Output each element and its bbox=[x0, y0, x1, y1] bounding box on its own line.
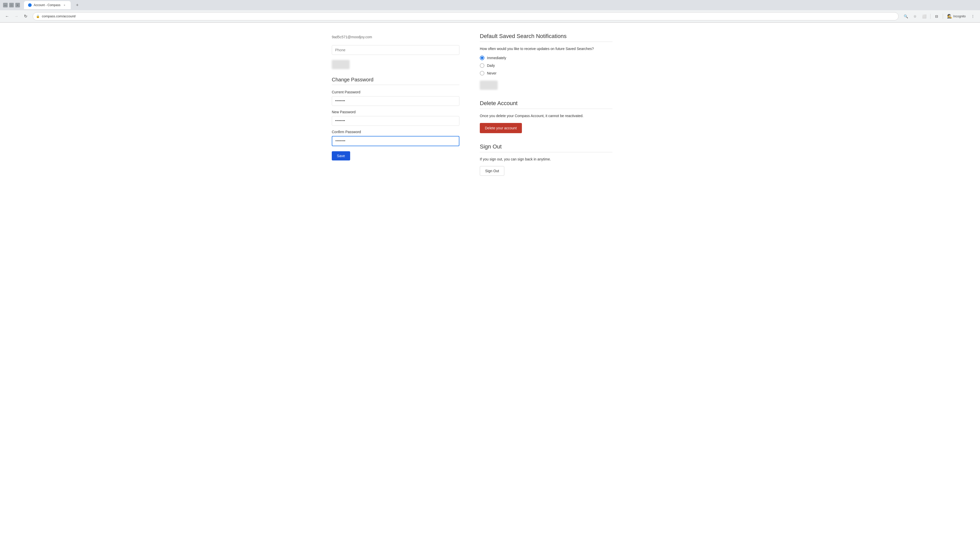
blurred-save-button-top bbox=[332, 60, 350, 69]
new-password-input[interactable] bbox=[332, 116, 460, 126]
bookmark-icon-button[interactable]: ☆ bbox=[911, 12, 919, 21]
new-password-label: New Password bbox=[332, 110, 460, 114]
radio-label-daily: Daily bbox=[487, 64, 495, 68]
back-icon: ← bbox=[5, 14, 9, 19]
notifications-desc: How often would you like to receive upda… bbox=[480, 46, 612, 52]
current-password-input[interactable] bbox=[332, 96, 460, 106]
back-button[interactable]: ← bbox=[3, 12, 11, 21]
incognito-icon: 🕵 bbox=[947, 14, 952, 19]
minimize-button[interactable]: — bbox=[3, 3, 8, 7]
radio-label-immediately: Immediately bbox=[487, 56, 506, 60]
confirm-password-label: Confirm Password bbox=[332, 130, 460, 134]
reload-icon: ↻ bbox=[24, 14, 27, 19]
browser-tab[interactable]: Account - Compass × bbox=[24, 1, 71, 9]
email-display: 9ad5c571@moodjoy.com bbox=[332, 33, 460, 41]
current-password-label: Current Password bbox=[332, 90, 460, 94]
radio-immediately[interactable]: Immediately bbox=[480, 56, 612, 60]
confirm-password-input[interactable] bbox=[332, 136, 460, 146]
right-column: Default Saved Search Notifications How o… bbox=[480, 33, 612, 176]
delete-account-button[interactable]: Delete your account bbox=[480, 123, 522, 133]
extensions-icon-button[interactable]: ⬜ bbox=[920, 12, 928, 21]
forward-icon: → bbox=[14, 14, 18, 19]
reload-button[interactable]: ↻ bbox=[21, 12, 30, 21]
search-icon: 🔍 bbox=[904, 14, 908, 18]
lock-icon: 🔒 bbox=[36, 14, 40, 18]
page-content: 9ad5c571@moodjoy.com Change Password Cur… bbox=[311, 23, 669, 186]
url-display: compass.com/account/ bbox=[42, 14, 895, 18]
nav-icons: 🔍 ☆ ⬜ ⊟ 🕵 Incognito ⋮ bbox=[902, 12, 977, 21]
radio-circle-daily bbox=[480, 63, 484, 68]
tab-favicon bbox=[28, 3, 32, 7]
sign-out-button[interactable]: Sign Out bbox=[480, 166, 504, 176]
phone-input[interactable] bbox=[332, 45, 460, 55]
incognito-label: Incognito bbox=[953, 14, 966, 18]
radio-never[interactable]: Never bbox=[480, 71, 612, 76]
browser-chrome: — □ × Account - Compass × + ← → ↻ 🔒 bbox=[0, 0, 980, 23]
title-bar: — □ × Account - Compass × + bbox=[0, 0, 980, 10]
search-icon-button[interactable]: 🔍 bbox=[902, 12, 910, 21]
nav-divider-2 bbox=[943, 14, 943, 19]
notifications-divider bbox=[480, 41, 612, 42]
sign-out-desc: If you sign out, you can sign back in an… bbox=[480, 156, 612, 162]
radio-inner-immediately bbox=[481, 57, 484, 59]
menu-button[interactable]: ⋮ bbox=[969, 12, 977, 21]
change-password-title: Change Password bbox=[332, 77, 460, 83]
window-controls: — □ × bbox=[3, 3, 20, 7]
minimize-icon: — bbox=[4, 4, 6, 6]
delete-account-title: Delete Account bbox=[480, 100, 612, 106]
nav-divider bbox=[930, 14, 931, 19]
extensions-icon: ⬜ bbox=[922, 14, 926, 18]
close-button[interactable]: × bbox=[15, 3, 20, 7]
nav-bar: ← → ↻ 🔒 compass.com/account/ 🔍 ☆ ⬜ ⊟ bbox=[0, 10, 980, 22]
close-icon: × bbox=[17, 4, 18, 6]
left-column: 9ad5c571@moodjoy.com Change Password Cur… bbox=[332, 33, 460, 176]
maximize-icon: □ bbox=[11, 4, 12, 6]
incognito-badge: 🕵 Incognito bbox=[945, 13, 968, 20]
sidebar-icon-button[interactable]: ⊟ bbox=[932, 12, 941, 21]
radio-label-never: Never bbox=[487, 71, 496, 75]
notification-radio-group: Immediately Daily Never bbox=[480, 56, 612, 76]
new-tab-button[interactable]: + bbox=[74, 2, 81, 9]
sidebar-icon: ⊟ bbox=[935, 14, 938, 18]
notifications-title: Default Saved Search Notifications bbox=[480, 33, 612, 40]
radio-circle-never bbox=[480, 71, 484, 76]
tab-close-icon[interactable]: × bbox=[62, 3, 67, 7]
save-password-button[interactable]: Save bbox=[332, 151, 350, 160]
radio-circle-immediately bbox=[480, 56, 484, 60]
delete-account-desc: Once you delete your Compass Account, it… bbox=[480, 113, 612, 119]
sign-out-title: Sign Out bbox=[480, 143, 612, 150]
bookmark-icon: ☆ bbox=[913, 14, 917, 18]
blurred-save-button-notifications bbox=[480, 81, 498, 90]
address-bar[interactable]: 🔒 compass.com/account/ bbox=[33, 12, 899, 21]
tab-title: Account - Compass bbox=[34, 3, 60, 7]
radio-daily[interactable]: Daily bbox=[480, 63, 612, 68]
maximize-button[interactable]: □ bbox=[9, 3, 14, 7]
forward-button[interactable]: → bbox=[12, 12, 21, 21]
menu-icon: ⋮ bbox=[971, 14, 975, 18]
